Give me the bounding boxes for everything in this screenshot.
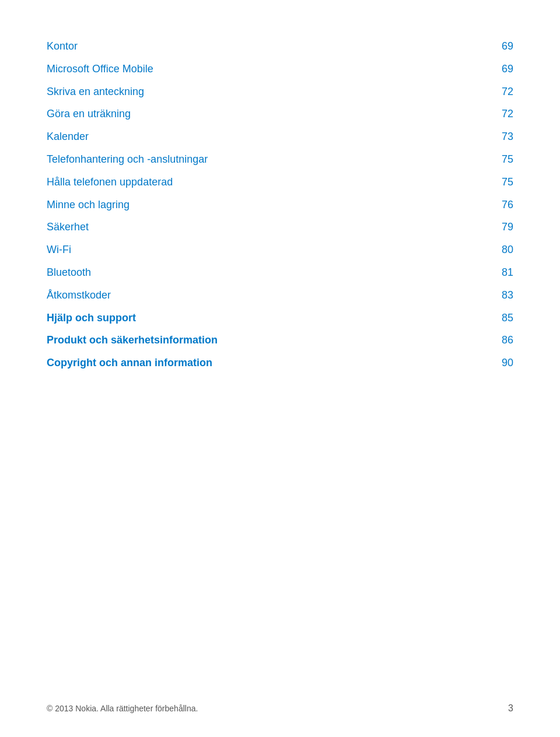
- footer: © 2013 Nokia. Alla rättigheter förbehåll…: [0, 703, 560, 714]
- toc-page-number: 85: [420, 307, 513, 329]
- toc-label[interactable]: Bluetooth: [47, 261, 420, 284]
- toc-page-number: 86: [420, 329, 513, 352]
- toc-row: Wi-Fi80: [47, 238, 513, 261]
- toc-page-number: 76: [420, 194, 513, 216]
- toc-page-number: 73: [420, 125, 513, 148]
- toc-label[interactable]: Minne och lagring: [47, 194, 420, 216]
- toc-row: Skriva en anteckning72: [47, 80, 513, 103]
- toc-page-number: 72: [420, 80, 513, 103]
- toc-row: Säkerhet79: [47, 216, 513, 238]
- toc-row: Microsoft Office Mobile69: [47, 58, 513, 80]
- toc-label[interactable]: Skriva en anteckning: [47, 80, 420, 103]
- toc-row: Copyright och annan information90: [47, 352, 513, 374]
- toc-label[interactable]: Hjälp och support: [47, 307, 420, 329]
- toc-row: Hjälp och support85: [47, 307, 513, 329]
- footer-page-number: 3: [508, 703, 513, 714]
- toc-page-number: 81: [420, 261, 513, 284]
- toc-row: Hålla telefonen uppdaterad75: [47, 171, 513, 194]
- page-content: Kontor69Microsoft Office Mobile69Skriva …: [0, 0, 560, 421]
- toc-table: Kontor69Microsoft Office Mobile69Skriva …: [47, 35, 513, 374]
- toc-page-number: 75: [420, 171, 513, 194]
- toc-page-number: 69: [420, 58, 513, 80]
- toc-page-number: 69: [420, 35, 513, 58]
- toc-label[interactable]: Wi-Fi: [47, 238, 420, 261]
- toc-label[interactable]: Produkt och säkerhetsinformation: [47, 329, 420, 352]
- toc-page-number: 72: [420, 103, 513, 125]
- toc-row: Göra en uträkning72: [47, 103, 513, 125]
- toc-label[interactable]: Kontor: [47, 35, 420, 58]
- toc-row: Minne och lagring76: [47, 194, 513, 216]
- toc-label[interactable]: Copyright och annan information: [47, 352, 420, 374]
- toc-row: Produkt och säkerhetsinformation86: [47, 329, 513, 352]
- toc-row: Bluetooth81: [47, 261, 513, 284]
- toc-row: Åtkomstkoder83: [47, 284, 513, 307]
- toc-label[interactable]: Göra en uträkning: [47, 103, 420, 125]
- toc-label[interactable]: Åtkomstkoder: [47, 284, 420, 307]
- footer-copyright: © 2013 Nokia. Alla rättigheter förbehåll…: [47, 704, 198, 713]
- toc-page-number: 83: [420, 284, 513, 307]
- toc-row: Kontor69: [47, 35, 513, 58]
- toc-label[interactable]: Kalender: [47, 125, 420, 148]
- toc-label[interactable]: Telefonhantering och -anslutningar: [47, 148, 420, 171]
- toc-page-number: 80: [420, 238, 513, 261]
- toc-label[interactable]: Hålla telefonen uppdaterad: [47, 171, 420, 194]
- toc-row: Kalender73: [47, 125, 513, 148]
- toc-page-number: 79: [420, 216, 513, 238]
- toc-page-number: 90: [420, 352, 513, 374]
- toc-page-number: 75: [420, 148, 513, 171]
- toc-label[interactable]: Microsoft Office Mobile: [47, 58, 420, 80]
- toc-label[interactable]: Säkerhet: [47, 216, 420, 238]
- toc-row: Telefonhantering och -anslutningar75: [47, 148, 513, 171]
